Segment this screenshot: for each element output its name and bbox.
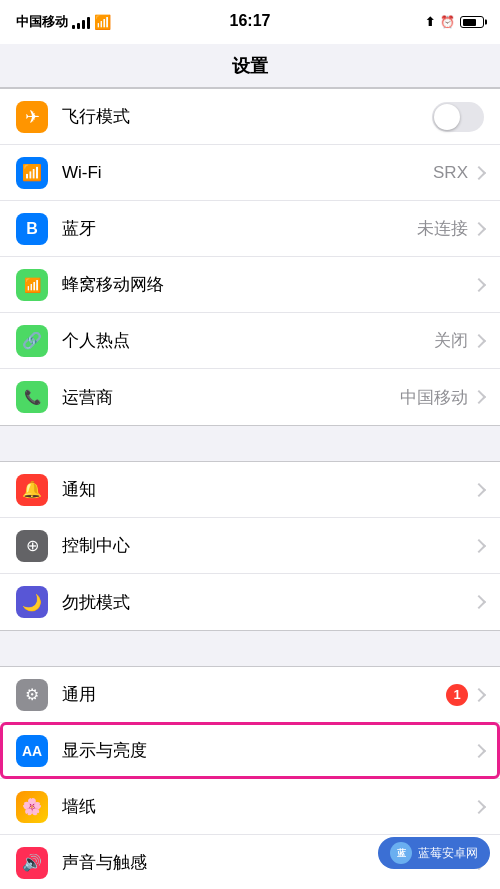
list-item-notification[interactable]: 🔔 通知 xyxy=(0,462,500,518)
sound-icon: 🔊 xyxy=(16,847,48,879)
toggle-knob xyxy=(434,104,460,130)
section-network: ✈ 飞行模式 📶 Wi-Fi SRX B xyxy=(0,88,500,426)
list-item-carrier[interactable]: 📞 运营商 中国移动 xyxy=(0,369,500,425)
status-bar: 中国移动 📶 16:17 ⬆ ⏰ xyxy=(0,0,500,44)
bluetooth-value: 未连接 xyxy=(417,217,468,240)
list-group-network: ✈ 飞行模式 📶 Wi-Fi SRX B xyxy=(0,88,500,426)
settings-container: ✈ 飞行模式 📶 Wi-Fi SRX B xyxy=(0,88,500,889)
list-item-airplane[interactable]: ✈ 飞行模式 xyxy=(0,89,500,145)
hotspot-value: 关闭 xyxy=(434,329,468,352)
cellular-chevron xyxy=(472,277,486,291)
carrier-chevron xyxy=(472,390,486,404)
page-title: 设置 xyxy=(232,54,268,78)
list-item-general[interactable]: ⚙ 通用 1 xyxy=(0,667,500,723)
list-item-control[interactable]: ⊕ 控制中心 xyxy=(0,518,500,574)
cellular-icon: 📶 xyxy=(16,269,48,301)
donotdisturb-icon: 🌙 xyxy=(16,586,48,618)
wifi-chevron xyxy=(472,165,486,179)
battery-icon xyxy=(460,16,484,28)
list-item-cellular[interactable]: 📶 蜂窝移动网络 xyxy=(0,257,500,313)
control-label: 控制中心 xyxy=(62,534,474,557)
location-icon: ⬆ xyxy=(425,15,435,29)
airplane-toggle[interactable] xyxy=(432,102,484,132)
list-item-bluetooth[interactable]: B 蓝牙 未连接 xyxy=(0,201,500,257)
status-left: 中国移动 📶 xyxy=(16,13,111,31)
status-time: 16:17 xyxy=(230,12,271,30)
section-system: 🔔 通知 ⊕ 控制中心 🌙 勿扰模式 xyxy=(0,461,500,631)
hotspot-label: 个人热点 xyxy=(62,329,434,352)
airplane-label: 飞行模式 xyxy=(62,105,432,128)
list-group-system: 🔔 通知 ⊕ 控制中心 🌙 勿扰模式 xyxy=(0,461,500,631)
list-item-hotspot[interactable]: 🔗 个人热点 关闭 xyxy=(0,313,500,369)
donotdisturb-label: 勿扰模式 xyxy=(62,591,474,614)
wifi-status-icon: 📶 xyxy=(94,14,111,30)
nav-bar: 设置 xyxy=(0,44,500,88)
display-icon: AA xyxy=(16,735,48,767)
signal-icon xyxy=(72,15,90,29)
list-item-wifi[interactable]: 📶 Wi-Fi SRX xyxy=(0,145,500,201)
general-icon: ⚙ xyxy=(16,679,48,711)
notification-chevron xyxy=(472,482,486,496)
battery-fill xyxy=(463,19,476,26)
wallpaper-label: 墙纸 xyxy=(62,795,474,818)
hotspot-chevron xyxy=(472,333,486,347)
alarm-icon: ⏰ xyxy=(440,15,455,29)
carrier-label: 中国移动 xyxy=(16,13,68,31)
watermark-text: 蓝莓安卓网 xyxy=(418,845,478,862)
wifi-icon: 📶 xyxy=(16,157,48,189)
section-gap-1 xyxy=(0,426,500,461)
wallpaper-icon: 🌸 xyxy=(16,791,48,823)
watermark-logo: 蓝 xyxy=(390,842,412,864)
list-item-wallpaper[interactable]: 🌸 墙纸 xyxy=(0,779,500,835)
general-label: 通用 xyxy=(62,683,446,706)
general-chevron xyxy=(472,687,486,701)
display-label: 显示与亮度 xyxy=(62,739,474,762)
list-item-donotdisturb[interactable]: 🌙 勿扰模式 xyxy=(0,574,500,630)
notification-label: 通知 xyxy=(62,478,474,501)
cellular-label: 蜂窝移动网络 xyxy=(62,273,474,296)
list-item-display[interactable]: AA 显示与亮度 xyxy=(0,723,500,779)
control-chevron xyxy=(472,538,486,552)
bluetooth-chevron xyxy=(472,221,486,235)
bluetooth-label: 蓝牙 xyxy=(62,217,417,240)
general-badge: 1 xyxy=(446,684,468,706)
wifi-value: SRX xyxy=(433,163,468,183)
airplane-icon: ✈ xyxy=(16,101,48,133)
display-chevron xyxy=(472,743,486,757)
notification-icon: 🔔 xyxy=(16,474,48,506)
bluetooth-icon: B xyxy=(16,213,48,245)
status-right: ⬆ ⏰ xyxy=(425,15,484,29)
donotdisturb-chevron xyxy=(472,595,486,609)
carrier-settings-label: 运营商 xyxy=(62,386,400,409)
display-row-wrapper: AA 显示与亮度 xyxy=(0,723,500,779)
watermark: 蓝 蓝莓安卓网 xyxy=(378,837,490,869)
carrier-value: 中国移动 xyxy=(400,386,468,409)
wallpaper-chevron xyxy=(472,799,486,813)
wifi-label: Wi-Fi xyxy=(62,163,433,183)
carrier-icon: 📞 xyxy=(16,381,48,413)
control-icon: ⊕ xyxy=(16,530,48,562)
hotspot-icon: 🔗 xyxy=(16,325,48,357)
section-gap-2 xyxy=(0,631,500,666)
